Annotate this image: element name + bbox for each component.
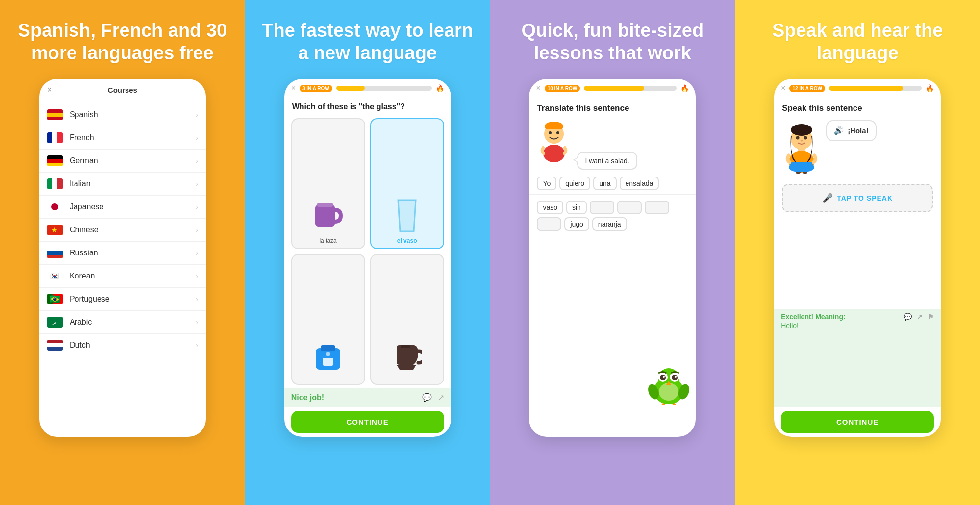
list-item[interactable]: French › — [39, 126, 206, 150]
list-item[interactable]: German › — [39, 150, 206, 173]
flag-icon[interactable]: ⚑ — [928, 313, 934, 321]
panel-3: Quick, fun bite-sized lessons that work … — [490, 0, 735, 505]
course-name: Portuguese — [70, 295, 196, 303]
svg-point-12 — [545, 124, 551, 129]
flag-ko: 🇰🇷 — [47, 271, 63, 281]
svg-point-34 — [796, 136, 800, 140]
course-name: Korean — [70, 272, 196, 280]
list-item[interactable]: 🇰🇷 Korean › — [39, 265, 206, 288]
list-item[interactable]: Japanese › — [39, 196, 206, 219]
tap-to-speak-button[interactable]: 🎤 TAP TO SPEAK — [782, 184, 933, 212]
progress-bar-3 — [584, 86, 677, 91]
streak-flame-icon-3: 🔥 — [680, 84, 689, 92]
course-name: German — [70, 156, 196, 165]
quiz-header-4: × 12 IN A ROW 🔥 — [774, 79, 941, 98]
continue-button-4[interactable]: CONTINUE — [781, 411, 934, 433]
word-option-empty: ___ — [617, 201, 642, 214]
svg-rect-3 — [317, 203, 333, 207]
word-option-empty: ___ — [537, 217, 561, 231]
character-area: I want a salad. — [529, 116, 696, 173]
svg-rect-8 — [401, 345, 410, 348]
svg-point-7 — [326, 352, 330, 356]
quiz-option-coffeebag[interactable] — [291, 254, 365, 385]
flag-it — [47, 178, 63, 189]
svg-point-21 — [660, 375, 666, 380]
list-item[interactable]: Dutch › — [39, 334, 206, 356]
share-icon[interactable]: ↗ — [438, 393, 444, 402]
chat-icon[interactable]: 💬 — [904, 313, 912, 321]
course-name: Japanese — [70, 202, 196, 211]
course-name: French — [70, 133, 196, 142]
word-chip[interactable]: ensalada — [620, 177, 659, 190]
chevron-right-icon: › — [196, 272, 198, 280]
course-name: Italian — [70, 179, 196, 188]
quiz-option-mug[interactable]: la taza — [291, 118, 365, 249]
option-label-mug: la taza — [319, 237, 336, 244]
close-icon[interactable]: × — [291, 84, 296, 93]
feedback-bar: Nice job! 💬 ↗ — [284, 388, 451, 407]
streak-badge: 3 IN A ROW — [300, 85, 332, 92]
word-chip[interactable]: Yo — [537, 177, 556, 190]
panel-4: Speak and hear the language × 12 IN A RO… — [735, 0, 980, 505]
continue-button[interactable]: CONTINUE — [291, 411, 444, 433]
word-chip[interactable]: una — [593, 177, 616, 190]
quiz-question: Which of these is "the glass"? — [284, 98, 451, 115]
chevron-right-icon: › — [196, 111, 198, 119]
svg-point-13 — [557, 124, 563, 129]
svg-rect-5 — [321, 345, 335, 351]
word-chip[interactable]: quiero — [559, 177, 590, 190]
coffeebag-image — [314, 343, 342, 377]
meaning-bar: Excellent! Meaning: 💬 ↗ ⚑ Hello! — [774, 309, 941, 407]
word-bank: vaso sin ___ ___ ___ ___ jugo naranja — [529, 195, 696, 237]
chevron-right-icon: › — [196, 180, 198, 188]
progress-fill-4 — [829, 86, 903, 91]
list-item[interactable]: Italian › — [39, 173, 206, 196]
list-item[interactable]: 🇧🇷 Portuguese › — [39, 288, 206, 311]
word-option[interactable]: jugo — [564, 217, 589, 231]
meaning-value: Hello! — [781, 322, 934, 329]
chat-icon[interactable]: 💬 — [422, 393, 432, 402]
speaker-icon[interactable]: 🔊 — [834, 126, 844, 135]
course-name: Russian — [70, 249, 196, 257]
close-icon[interactable]: × — [47, 85, 52, 95]
woman-character — [782, 120, 821, 176]
list-item[interactable]: Chinese › — [39, 219, 206, 242]
word-option[interactable]: naranja — [592, 217, 627, 231]
flag-es — [47, 109, 63, 120]
streak-badge-4: 12 IN A ROW — [789, 85, 825, 92]
mug-image — [313, 201, 343, 234]
list-item[interactable]: عر Arabic › — [39, 311, 206, 334]
progress-bar — [336, 86, 432, 91]
meaning-action-icons: 💬 ↗ ⚑ — [904, 313, 934, 321]
chevron-right-icon: › — [196, 226, 198, 234]
quiz-option-coffeepot[interactable] — [370, 254, 444, 385]
streak-flame-icon-4: 🔥 — [926, 84, 934, 92]
action-icons: 💬 ↗ — [422, 393, 444, 402]
course-name: Dutch — [70, 341, 196, 350]
quiz-options-grid: la taza el vaso — [284, 115, 451, 388]
flag-ja — [47, 202, 63, 212]
meaning-title-text: Excellent! Meaning: — [781, 313, 845, 321]
word-option[interactable]: vaso — [537, 201, 563, 214]
close-icon[interactable]: × — [781, 84, 785, 93]
quiz-header: × 3 IN A ROW 🔥 — [284, 79, 451, 98]
list-item[interactable]: Russian › — [39, 242, 206, 265]
courses-header: × Courses — [39, 79, 206, 101]
streak-flame-icon: 🔥 — [436, 84, 444, 92]
flag-ru — [47, 248, 63, 258]
speak-question: Speak this sentence — [774, 98, 941, 116]
list-item[interactable]: Spanish › — [39, 103, 206, 126]
chevron-right-icon: › — [196, 249, 198, 257]
svg-point-15 — [556, 131, 559, 134]
panel-3-title: Quick, fun bite-sized lessons that work — [505, 20, 721, 64]
translate-question: Translate this sentence — [529, 98, 696, 116]
word-option[interactable]: sin — [566, 201, 587, 214]
phone-3: × 10 IN A ROW 🔥 Translate this sentence — [529, 79, 696, 437]
svg-rect-2 — [315, 205, 335, 227]
close-icon[interactable]: × — [536, 84, 540, 93]
quiz-option-glass[interactable]: el vaso — [370, 118, 444, 249]
share-icon[interactable]: ↗ — [917, 313, 923, 321]
svg-point-14 — [549, 131, 552, 134]
flag-de — [47, 155, 63, 166]
glass-image — [396, 199, 418, 234]
